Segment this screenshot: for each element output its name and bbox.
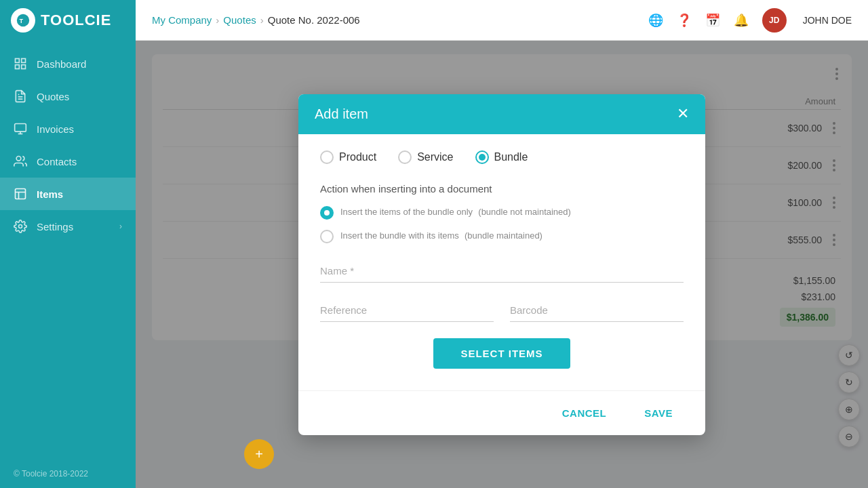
radio-service[interactable]: Service	[398, 150, 453, 164]
modal-overlay: Add item ✕ Product Service	[136, 41, 868, 488]
user-avatar: JD	[762, 8, 787, 33]
sidebar-footer: © Toolcie 2018-2022	[0, 460, 136, 488]
sidebar-item-contacts[interactable]: Contacts	[0, 145, 136, 178]
barcode-input[interactable]	[510, 299, 684, 322]
copyright-text: © Toolcie 2018-2022	[14, 469, 88, 479]
bundle-option-items-only-sublabel: (bundle not maintained)	[478, 207, 571, 217]
add-fab-icon: +	[255, 447, 263, 462]
main-content: Amount (2) $300.00 (2) $200.00	[136, 41, 868, 488]
save-button[interactable]: SAVE	[633, 402, 684, 424]
sidebar-item-dashboard[interactable]: Dashboard	[0, 47, 136, 80]
name-input[interactable]	[320, 260, 684, 283]
name-field	[320, 260, 684, 283]
radio-bundle[interactable]: Bundle	[475, 150, 528, 164]
logo-icon: T	[11, 8, 35, 33]
breadcrumb-company[interactable]: My Company	[152, 14, 212, 26]
globe-icon[interactable]: 🌐	[648, 13, 663, 28]
sidebar-item-contacts-label: Contacts	[37, 156, 77, 167]
breadcrumb-sep-1: ›	[216, 14, 219, 26]
radio-bundle-label: Bundle	[494, 151, 528, 163]
add-item-modal: Add item ✕ Product Service	[298, 94, 705, 435]
bundle-section-label: Action when inserting into a document	[320, 183, 684, 195]
svg-rect-4	[16, 65, 20, 69]
svg-rect-12	[16, 189, 26, 199]
svg-rect-2	[16, 59, 20, 63]
bell-icon[interactable]: 🔔	[734, 13, 749, 28]
svg-point-13	[19, 225, 22, 228]
radio-product-label: Product	[339, 151, 376, 163]
svg-rect-3	[22, 59, 26, 63]
bundle-radio-with-items	[320, 230, 334, 243]
breadcrumb-quote-number: Quote No. 2022-006	[268, 14, 360, 26]
sidebar-item-dashboard-label: Dashboard	[37, 58, 86, 70]
svg-rect-5	[22, 65, 26, 69]
breadcrumb-sep-2: ›	[260, 14, 264, 26]
add-fab-button[interactable]: +	[244, 439, 274, 469]
breadcrumb: My Company › Quotes › Quote No. 2022-006	[152, 14, 360, 26]
chevron-right-icon: ›	[119, 222, 122, 231]
svg-rect-8	[15, 124, 26, 132]
modal-header: Add item ✕	[298, 94, 705, 134]
bundle-option-items-only-text: Insert the items of the bundle only (bun…	[340, 205, 571, 218]
svg-text:T: T	[20, 18, 24, 24]
sidebar-item-items[interactable]: Items	[0, 178, 136, 210]
sidebar-item-settings-label: Settings	[37, 221, 73, 232]
avatar-initials: JD	[769, 16, 779, 25]
bundle-option-with-items-text: Insert the bundle with its items (bundle…	[340, 229, 542, 241]
cancel-button[interactable]: CANCEL	[551, 402, 618, 424]
sidebar: T TOOLCIE Dashboard Quotes Invoices Cont…	[0, 0, 136, 488]
modal-title: Add item	[315, 106, 368, 122]
reference-input[interactable]	[320, 299, 494, 322]
breadcrumb-quotes[interactable]: Quotes	[223, 14, 256, 26]
sidebar-item-invoices[interactable]: Invoices	[0, 113, 136, 145]
logo-text: TOOLCIE	[41, 12, 111, 29]
radio-service-label: Service	[417, 151, 453, 163]
sidebar-item-invoices-label: Invoices	[37, 123, 74, 135]
reference-field	[320, 299, 494, 322]
reference-barcode-row	[320, 299, 684, 322]
header: My Company › Quotes › Quote No. 2022-006…	[136, 0, 868, 41]
bundle-option-with-items[interactable]: Insert the bundle with its items (bundle…	[320, 229, 684, 243]
sidebar-item-quotes[interactable]: Quotes	[0, 80, 136, 113]
barcode-field	[510, 299, 684, 322]
item-type-radio-group: Product Service Bundle	[320, 150, 684, 164]
select-items-button[interactable]: SELECT ITEMS	[433, 338, 570, 369]
bundle-option-with-items-label: Insert the bundle with its items (bundle…	[340, 229, 542, 241]
radio-product-circle	[320, 150, 334, 164]
modal-close-button[interactable]: ✕	[677, 106, 689, 121]
radio-bundle-circle	[475, 150, 489, 164]
bundle-option-items-only-label: Insert the items of the bundle only (bun…	[340, 205, 571, 217]
sidebar-item-items-label: Items	[37, 188, 63, 200]
radio-product[interactable]: Product	[320, 150, 376, 164]
bundle-radio-items-only	[320, 206, 334, 220]
header-username: JOHN DOE	[803, 15, 852, 26]
svg-point-11	[16, 157, 21, 161]
sidebar-nav: Dashboard Quotes Invoices Contacts Items	[0, 41, 136, 460]
bundle-option-items-only[interactable]: Insert the items of the bundle only (bun…	[320, 205, 684, 220]
main-area: My Company › Quotes › Quote No. 2022-006…	[136, 0, 868, 488]
sidebar-item-settings[interactable]: Settings ›	[0, 210, 136, 243]
radio-service-circle	[398, 150, 412, 164]
logo: T TOOLCIE	[0, 0, 136, 41]
sidebar-item-quotes-label: Quotes	[37, 91, 69, 102]
bundle-option-with-items-sublabel: (bundle maintained)	[465, 230, 542, 241]
modal-footer: CANCEL SAVE	[298, 390, 705, 435]
bundle-options-section: Action when inserting into a document In…	[320, 183, 684, 243]
header-icons: 🌐 ❓ 📅 🔔 JD JOHN DOE	[648, 8, 852, 33]
modal-body: Product Service Bundle	[298, 134, 705, 390]
help-icon[interactable]: ❓	[677, 13, 692, 28]
calendar-icon[interactable]: 📅	[705, 13, 720, 28]
